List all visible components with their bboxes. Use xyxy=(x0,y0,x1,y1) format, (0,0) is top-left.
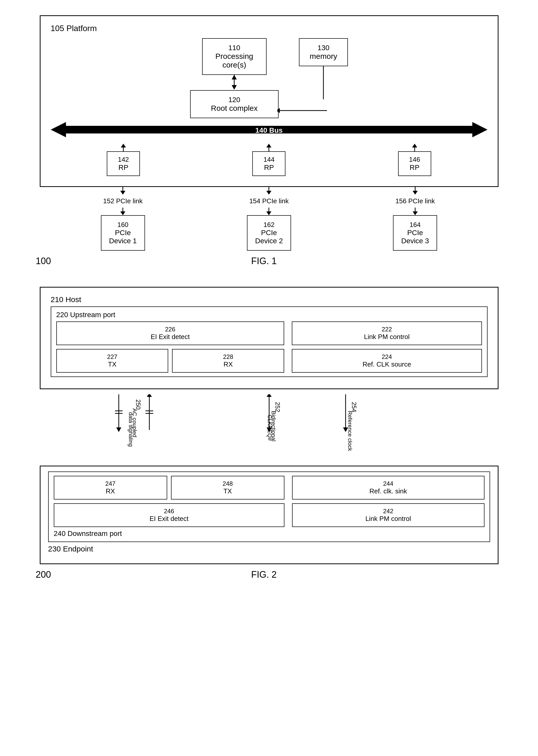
upstream-ei-number: 226 xyxy=(62,326,279,333)
pcie-device-3: 164 PCIeDevice 3 xyxy=(393,215,437,251)
device1-text: PCIeDevice 1 xyxy=(109,229,137,245)
downstream-rx-number: 247 xyxy=(59,480,162,487)
downstream-ei-text: EI Exit detect xyxy=(59,515,279,523)
memory-text: memory xyxy=(310,52,337,61)
svg-marker-1 xyxy=(232,85,237,90)
upstream-link-pm-number: 222 xyxy=(297,326,476,333)
upstream-ei-text: EI Exit detect xyxy=(62,333,279,341)
processing-core-box: 110 Processingcore(s) xyxy=(202,38,266,75)
downstream-ei-exit-detect: 246 EI Exit detect xyxy=(54,503,285,527)
upstream-txrx-row: 227 TX 228 RX xyxy=(56,349,285,373)
pcie-link-label-1: 152 PCIe link xyxy=(103,197,143,205)
upstream-link-pm: 222 Link PM control xyxy=(292,322,482,345)
downstream-inner: 247 RX 248 TX 246 EI Exit detect xyxy=(54,476,484,527)
rp3-down-arrow xyxy=(411,187,419,195)
rp1-box: 142 RP xyxy=(107,151,140,176)
svg-text:Reference clock: Reference clock xyxy=(347,411,353,451)
root-complex-box: 120 Root complex xyxy=(190,90,279,118)
upstream-tx-box: 227 TX xyxy=(56,349,169,373)
memory-rc-arrow xyxy=(277,104,328,117)
pcie-link-col-2: 154 PCIe link 162 PCIeDevice 2 xyxy=(247,187,291,251)
fig1-caption: FIG. 1 xyxy=(251,256,277,267)
svg-marker-8 xyxy=(121,144,126,147)
pcie-device-1: 160 PCIeDevice 1 xyxy=(101,215,145,251)
rp1-down-arrow xyxy=(119,187,127,195)
svg-marker-22 xyxy=(413,191,418,195)
processing-core-number: 110 xyxy=(215,44,253,52)
device2-number: 162 xyxy=(255,221,283,229)
signal-svg: 250 AC coupled data signaling 252 Bidire… xyxy=(40,394,499,466)
rp3-col: 146 RP xyxy=(398,144,431,176)
upstream-ref-clk: 224 Ref. CLK source xyxy=(292,349,482,373)
page: 105 Platform 110 Processingcore(s) xyxy=(21,15,517,580)
host-label: 210 Host xyxy=(51,295,488,304)
fig1-label-row: 100 FIG. 1 xyxy=(21,256,517,267)
platform-label: 105 Platform xyxy=(51,24,488,33)
device2-down-arrow xyxy=(265,208,273,215)
rp3-number: 146 xyxy=(406,156,423,164)
fig1-number: 100 xyxy=(36,256,51,267)
svg-marker-16 xyxy=(120,211,125,215)
pcie-links-section: 152 PCIe link 160 PCIeDevice 1 154 PCIe … xyxy=(40,187,499,251)
downstream-ei-number: 246 xyxy=(59,508,279,515)
rp2-col: 144 RP xyxy=(252,144,286,176)
downstream-tx-box: 248 TX xyxy=(171,476,285,499)
downstream-ref-clk-sink: 244 Ref. clk. sink xyxy=(292,476,484,499)
downstream-link-pm-text: Link PM control xyxy=(298,515,479,523)
pcie-link-col-3: 156 PCIe link 164 PCIeDevice 3 xyxy=(393,187,437,251)
upstream-tx-number: 227 xyxy=(62,353,163,360)
upstream-right: 222 Link PM control 224 Ref. CLK source xyxy=(292,322,482,373)
endpoint-box: 247 RX 248 TX 246 EI Exit detect xyxy=(40,466,499,564)
pcie-link-col-1: 152 PCIe link 160 PCIeDevice 1 xyxy=(101,187,145,251)
rp2-down-arrow xyxy=(265,187,273,195)
upstream-tx-text: TX xyxy=(62,360,163,368)
svg-text:CLKREQ#: CLKREQ# xyxy=(267,415,273,441)
rp3-text: RP xyxy=(406,164,423,172)
svg-marker-10 xyxy=(266,144,271,147)
svg-marker-26 xyxy=(116,428,121,432)
downstream-tx-text: TX xyxy=(177,487,279,495)
downstream-rx-text: RX xyxy=(59,487,162,495)
upstream-rx-text: RX xyxy=(178,360,279,368)
downstream-rxrx-row: 247 RX 248 TX xyxy=(54,476,285,499)
upstream-link-pm-text: Link PM control xyxy=(297,333,476,341)
svg-marker-4 xyxy=(277,108,280,113)
rp1-col: 142 RP xyxy=(107,144,140,176)
pcie-link-label-3: 156 PCIe link xyxy=(395,197,435,205)
fig2-caption: FIG. 2 xyxy=(251,569,277,580)
fig2-label-row: 200 FIG. 2 xyxy=(21,569,517,580)
svg-marker-12 xyxy=(412,144,417,147)
rp1-up-arrow xyxy=(120,144,127,151)
pcie-link-label-2: 154 PCIe link xyxy=(249,197,289,205)
signal-connections-area: 250 AC coupled data signaling 252 Bidire… xyxy=(40,394,499,466)
bus-label: 140 Bus xyxy=(255,126,283,134)
device2-text: PCIeDevice 2 xyxy=(255,229,283,245)
downstream-rx-box: 247 RX xyxy=(54,476,167,499)
device3-down-arrow xyxy=(411,208,419,215)
fig1-section: 105 Platform 110 Processingcore(s) xyxy=(21,15,517,267)
pcie-device-2: 162 PCIeDevice 2 xyxy=(247,215,291,251)
svg-marker-18 xyxy=(266,191,271,195)
device1-down-arrow xyxy=(119,208,127,215)
downstream-port-label: 240 Downstream port xyxy=(54,529,484,538)
processing-core-text: Processingcore(s) xyxy=(215,52,253,69)
platform-box: 105 Platform 110 Processingcore(s) xyxy=(40,15,499,187)
downstream-link-pm-number: 242 xyxy=(298,508,479,515)
downstream-right: 244 Ref. clk. sink 242 Link PM control xyxy=(292,476,484,527)
downstream-ref-clk-sink-number: 244 xyxy=(298,480,479,487)
svg-marker-2 xyxy=(232,75,237,79)
host-box: 210 Host 220 Upstream port 226 EI Exit d… xyxy=(40,287,499,389)
svg-marker-38 xyxy=(267,394,272,397)
rc-number: 120 xyxy=(211,96,258,104)
device1-number: 160 xyxy=(109,221,137,229)
downstream-link-pm: 242 Link PM control xyxy=(292,503,484,527)
svg-marker-28 xyxy=(147,394,152,397)
downstream-left: 247 RX 248 TX 246 EI Exit detect xyxy=(54,476,285,527)
upstream-ei-exit-detect: 226 EI Exit detect xyxy=(56,322,285,345)
memory-number: 130 xyxy=(310,44,337,52)
rp2-text: RP xyxy=(260,164,277,172)
rp1-number: 142 xyxy=(115,156,132,164)
memory-line xyxy=(320,66,327,99)
rp2-up-arrow xyxy=(265,144,273,151)
downstream-port-box: 247 RX 248 TX 246 EI Exit detect xyxy=(48,472,490,542)
